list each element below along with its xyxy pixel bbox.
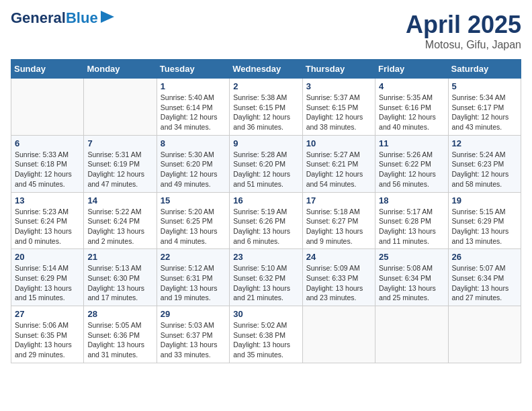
day-detail: Sunrise: 5:24 AM Sunset: 6:23 PM Dayligh… [452,150,517,189]
weekday-header-wednesday: Wednesday [230,60,302,79]
day-detail: Sunrise: 5:08 AM Sunset: 6:34 PM Dayligh… [379,263,444,303]
day-detail: Sunrise: 5:38 AM Sunset: 6:15 PM Dayligh… [233,93,298,132]
day-cell: 10Sunrise: 5:27 AM Sunset: 6:21 PM Dayli… [302,135,375,192]
day-number: 13 [15,195,80,205]
day-cell: 17Sunrise: 5:18 AM Sunset: 6:27 PM Dayli… [302,192,375,249]
day-number: 3 [306,81,371,91]
day-cell [11,79,84,136]
day-cell: 16Sunrise: 5:19 AM Sunset: 6:26 PM Dayli… [230,192,302,249]
day-cell [84,79,157,136]
day-detail: Sunrise: 5:27 AM Sunset: 6:21 PM Dayligh… [306,150,371,189]
day-number: 6 [15,138,80,148]
day-detail: Sunrise: 5:02 AM Sunset: 6:38 PM Dayligh… [233,320,298,360]
day-number: 27 [15,309,80,319]
day-number: 5 [452,81,517,91]
day-cell: 27Sunrise: 5:06 AM Sunset: 6:35 PM Dayli… [11,306,84,363]
location: Motosu, Gifu, Japan [406,39,521,51]
weekday-header-saturday: Saturday [448,60,521,79]
day-cell: 19Sunrise: 5:15 AM Sunset: 6:29 PM Dayli… [448,192,521,249]
day-detail: Sunrise: 5:18 AM Sunset: 6:27 PM Dayligh… [306,207,371,246]
day-detail: Sunrise: 5:03 AM Sunset: 6:37 PM Dayligh… [161,320,226,360]
day-detail: Sunrise: 5:06 AM Sunset: 6:35 PM Dayligh… [15,320,80,360]
day-cell [448,306,521,363]
day-number: 17 [306,195,371,205]
day-cell: 6Sunrise: 5:33 AM Sunset: 6:18 PM Daylig… [11,135,84,192]
day-number: 8 [161,138,226,148]
day-number: 23 [233,252,298,262]
weekday-header-friday: Friday [375,60,448,79]
day-detail: Sunrise: 5:23 AM Sunset: 6:24 PM Dayligh… [15,207,80,246]
day-detail: Sunrise: 5:30 AM Sunset: 6:20 PM Dayligh… [161,150,226,189]
day-detail: Sunrise: 5:35 AM Sunset: 6:16 PM Dayligh… [379,93,444,132]
week-row-2: 6Sunrise: 5:33 AM Sunset: 6:18 PM Daylig… [11,135,521,192]
day-detail: Sunrise: 5:17 AM Sunset: 6:28 PM Dayligh… [379,207,444,246]
weekday-header-sunday: Sunday [11,60,84,79]
day-number: 4 [379,81,444,91]
svg-marker-0 [101,11,114,23]
day-cell: 29Sunrise: 5:03 AM Sunset: 6:37 PM Dayli… [157,306,229,363]
day-number: 26 [452,252,517,262]
day-cell: 20Sunrise: 5:14 AM Sunset: 6:29 PM Dayli… [11,249,84,306]
day-detail: Sunrise: 5:33 AM Sunset: 6:18 PM Dayligh… [15,150,80,189]
day-detail: Sunrise: 5:19 AM Sunset: 6:26 PM Dayligh… [233,207,298,246]
day-cell: 22Sunrise: 5:12 AM Sunset: 6:31 PM Dayli… [157,249,229,306]
day-number: 7 [87,138,152,148]
day-number: 21 [87,252,152,262]
day-cell: 8Sunrise: 5:30 AM Sunset: 6:20 PM Daylig… [157,135,229,192]
day-number: 29 [161,309,226,319]
day-cell: 30Sunrise: 5:02 AM Sunset: 6:38 PM Dayli… [230,306,302,363]
day-detail: Sunrise: 5:28 AM Sunset: 6:20 PM Dayligh… [233,150,298,189]
day-detail: Sunrise: 5:14 AM Sunset: 6:29 PM Dayligh… [15,263,80,303]
day-cell: 9Sunrise: 5:28 AM Sunset: 6:20 PM Daylig… [230,135,302,192]
day-cell: 7Sunrise: 5:31 AM Sunset: 6:19 PM Daylig… [84,135,157,192]
week-row-1: 1Sunrise: 5:40 AM Sunset: 6:14 PM Daylig… [11,79,521,136]
day-number: 11 [379,138,444,148]
day-number: 12 [452,138,517,148]
day-detail: Sunrise: 5:09 AM Sunset: 6:33 PM Dayligh… [306,263,371,303]
week-row-4: 20Sunrise: 5:14 AM Sunset: 6:29 PM Dayli… [11,249,521,306]
weekday-header-monday: Monday [84,60,157,79]
weekday-header-tuesday: Tuesday [157,60,229,79]
day-number: 10 [306,138,371,148]
day-cell: 15Sunrise: 5:20 AM Sunset: 6:25 PM Dayli… [157,192,229,249]
day-cell: 25Sunrise: 5:08 AM Sunset: 6:34 PM Dayli… [375,249,448,306]
day-cell: 1Sunrise: 5:40 AM Sunset: 6:14 PM Daylig… [157,79,229,136]
day-number: 28 [87,309,152,319]
day-cell: 3Sunrise: 5:37 AM Sunset: 6:15 PM Daylig… [302,79,375,136]
day-number: 22 [161,252,226,262]
day-number: 9 [233,138,298,148]
day-cell: 28Sunrise: 5:05 AM Sunset: 6:36 PM Dayli… [84,306,157,363]
day-number: 18 [379,195,444,205]
day-cell: 18Sunrise: 5:17 AM Sunset: 6:28 PM Dayli… [375,192,448,249]
day-cell: 2Sunrise: 5:38 AM Sunset: 6:15 PM Daylig… [230,79,302,136]
day-number: 15 [161,195,226,205]
day-detail: Sunrise: 5:20 AM Sunset: 6:25 PM Dayligh… [161,207,226,246]
day-cell: 24Sunrise: 5:09 AM Sunset: 6:33 PM Dayli… [302,249,375,306]
logo-arrow-icon [101,11,114,26]
day-number: 2 [233,81,298,91]
day-number: 16 [233,195,298,205]
day-number: 19 [452,195,517,205]
day-cell [375,306,448,363]
logo: GeneralBlue [11,11,114,26]
day-cell: 11Sunrise: 5:26 AM Sunset: 6:22 PM Dayli… [375,135,448,192]
day-detail: Sunrise: 5:05 AM Sunset: 6:36 PM Dayligh… [87,320,152,360]
day-number: 25 [379,252,444,262]
logo-text: GeneralBlue [11,11,98,26]
day-cell: 21Sunrise: 5:13 AM Sunset: 6:30 PM Dayli… [84,249,157,306]
day-detail: Sunrise: 5:12 AM Sunset: 6:31 PM Dayligh… [161,263,226,303]
week-row-3: 13Sunrise: 5:23 AM Sunset: 6:24 PM Dayli… [11,192,521,249]
weekday-header-thursday: Thursday [302,60,375,79]
day-detail: Sunrise: 5:07 AM Sunset: 6:34 PM Dayligh… [452,263,517,303]
day-number: 14 [87,195,152,205]
day-cell: 13Sunrise: 5:23 AM Sunset: 6:24 PM Dayli… [11,192,84,249]
day-detail: Sunrise: 5:22 AM Sunset: 6:24 PM Dayligh… [87,207,152,246]
day-detail: Sunrise: 5:15 AM Sunset: 6:29 PM Dayligh… [452,207,517,246]
day-number: 24 [306,252,371,262]
month-title: April 2025 [406,11,521,39]
day-detail: Sunrise: 5:31 AM Sunset: 6:19 PM Dayligh… [87,150,152,189]
title-block: April 2025 Motosu, Gifu, Japan [406,11,521,51]
day-detail: Sunrise: 5:34 AM Sunset: 6:17 PM Dayligh… [452,93,517,132]
day-cell: 12Sunrise: 5:24 AM Sunset: 6:23 PM Dayli… [448,135,521,192]
page-header: GeneralBlue April 2025 Motosu, Gifu, Jap… [11,11,521,51]
